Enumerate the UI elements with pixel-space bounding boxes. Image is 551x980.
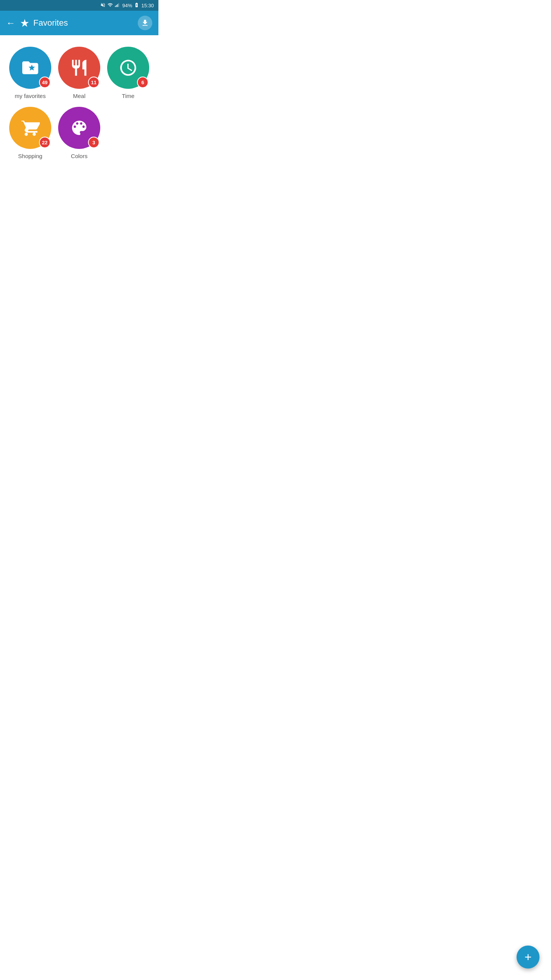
clock-icon: [119, 58, 138, 77]
page-title: Favorites: [33, 18, 138, 28]
download-icon: [141, 19, 149, 27]
svg-rect-1: [116, 5, 117, 7]
status-bar: 94% 15:30: [0, 0, 158, 11]
time-text: 15:30: [141, 3, 154, 8]
grid-item-meal[interactable]: 11 Meal: [57, 47, 102, 99]
svg-rect-2: [117, 4, 118, 7]
badge-colors: 3: [88, 137, 99, 148]
badge-meal: 11: [88, 77, 99, 88]
badge-my-favorites: 49: [39, 77, 51, 88]
download-button[interactable]: [138, 16, 152, 30]
favorites-star-icon: ★: [20, 17, 29, 29]
svg-rect-0: [115, 6, 116, 7]
badge-time: 6: [137, 77, 148, 88]
label-colors: Colors: [71, 153, 87, 159]
grid-item-shopping[interactable]: 22 Shopping: [8, 107, 53, 159]
circle-container-colors: 3: [58, 107, 100, 149]
grid-item-time[interactable]: 6 Time: [106, 47, 151, 99]
battery-text: 94%: [122, 3, 132, 8]
label-my-favorites: my favorites: [15, 93, 46, 99]
svg-rect-3: [119, 3, 119, 7]
circle-container-my-favorites: 49: [9, 47, 51, 89]
label-meal: Meal: [73, 93, 86, 99]
cart-icon: [21, 118, 40, 137]
label-shopping: Shopping: [18, 153, 42, 159]
signal-icon: [115, 2, 120, 9]
cutlery-icon: [70, 58, 89, 77]
battery-icon: [134, 2, 139, 9]
palette-icon: [70, 118, 89, 137]
badge-shopping: 22: [39, 137, 51, 148]
status-icons: 94% 15:30: [100, 2, 154, 9]
circle-container-time: 6: [107, 47, 149, 89]
folder-star-icon: [21, 58, 40, 77]
app-bar: ← ★ Favorites: [0, 11, 158, 35]
back-button[interactable]: ←: [6, 18, 15, 28]
wifi-icon: [108, 2, 113, 9]
circle-container-shopping: 22: [9, 107, 51, 149]
circle-container-meal: 11: [58, 47, 100, 89]
mute-icon: [100, 2, 106, 9]
main-content: 49 my favorites 11 Meal: [0, 35, 158, 167]
grid-item-colors[interactable]: 3 Colors: [57, 107, 102, 159]
label-time: Time: [122, 93, 135, 99]
favorites-grid: 49 my favorites 11 Meal: [8, 47, 151, 159]
grid-item-my-favorites[interactable]: 49 my favorites: [8, 47, 53, 99]
